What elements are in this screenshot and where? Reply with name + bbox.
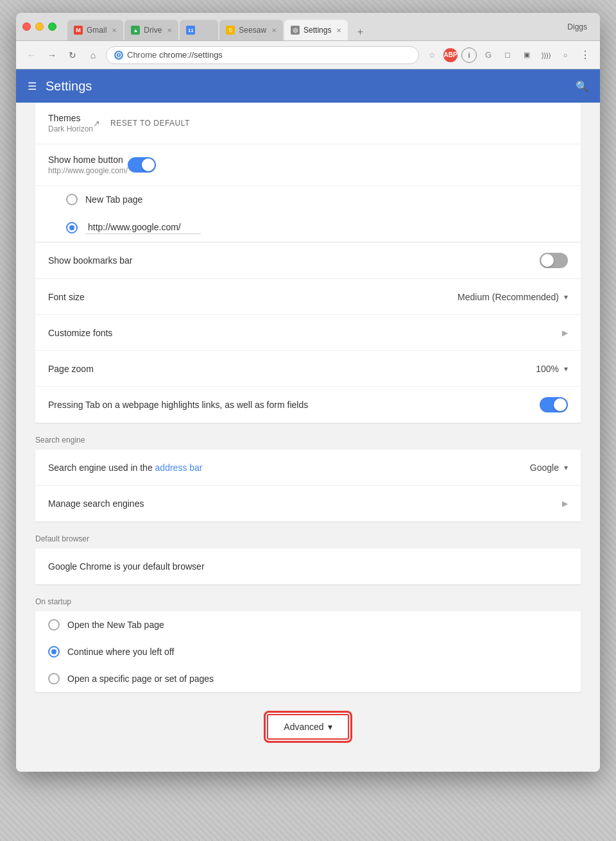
info-icon[interactable]: i <box>461 47 477 63</box>
extension1-icon[interactable]: □ <box>500 47 515 63</box>
reset-to-default-button[interactable]: RESET TO DEFAULT <box>110 119 190 128</box>
advanced-button[interactable]: Advanced ▾ <box>267 714 348 740</box>
customize-fonts-row[interactable]: Customize fonts ▶ <box>35 315 581 351</box>
search-engine-row: Search engine used in the address bar Go… <box>35 450 581 486</box>
default-browser-status: Google Chrome is your default browser <box>48 561 568 572</box>
manage-search-engines-label: Manage search engines <box>48 498 562 509</box>
home-button[interactable]: ⌂ <box>85 47 101 63</box>
page-zoom-label: Page zoom <box>48 364 536 374</box>
bookmarks-bar-row: Show bookmarks bar <box>35 242 581 279</box>
menu-icon[interactable]: ⋮ <box>577 47 592 63</box>
seesaw-tab-close[interactable]: ✕ <box>271 27 277 34</box>
window-controls <box>22 22 56 31</box>
advanced-section: Advanced ▾ <box>16 708 600 746</box>
settings-search-icon[interactable]: 🔍 <box>576 80 588 92</box>
new-tab-button[interactable]: + <box>352 24 368 40</box>
search-engine-label: Search engine used in the address bar <box>48 463 530 473</box>
home-button-sublabel: http://www.google.com/ <box>48 166 128 175</box>
bookmark-icon[interactable]: ☆ <box>424 47 440 63</box>
address-bar-link[interactable]: address bar <box>155 463 203 473</box>
tab-highlight-toggle-knob <box>554 398 567 411</box>
open-new-tab-radio[interactable] <box>48 619 60 631</box>
font-size-dropdown-arrow[interactable]: ▾ <box>564 293 568 302</box>
page-zoom-dropdown-arrow[interactable]: ▾ <box>564 364 568 373</box>
open-link-icon: ↗ <box>93 119 100 128</box>
drive-tab-close[interactable]: ✕ <box>167 27 172 34</box>
settings-header: ☰ Settings 🔍 <box>16 69 600 103</box>
home-button-toggle-knob <box>142 158 155 171</box>
close-window-button[interactable] <box>22 22 31 31</box>
rss-icon[interactable]: )))) <box>538 47 554 63</box>
custom-url-input[interactable] <box>85 221 201 234</box>
adblock-icon[interactable]: ABP <box>443 48 458 62</box>
page-zoom-row: Page zoom 100% ▾ <box>35 351 581 387</box>
settings-tab-close[interactable]: ✕ <box>336 27 341 34</box>
gmail-tab-close[interactable]: ✕ <box>112 27 117 34</box>
gmail-favicon: M <box>74 26 83 35</box>
specific-page-radio-label: Open a specific page or set of pages <box>67 674 214 684</box>
bookmarks-bar-label: Show bookmarks bar <box>48 255 540 266</box>
new-tab-radio-label: New Tab page <box>85 194 142 205</box>
settings-page-title: Settings <box>46 79 567 94</box>
bookmarks-bar-toggle-knob <box>541 254 554 267</box>
tab-highlight-row: Pressing Tab on a webpage highlights lin… <box>35 387 581 423</box>
themes-label: Themes <box>48 113 93 123</box>
settings-tab-title: Settings <box>304 26 331 35</box>
minimize-window-button[interactable] <box>35 22 44 31</box>
toolbar-icons: ☆ ABP i G □ ▣ )))) ○ ⋮ <box>424 47 592 63</box>
tab-settings[interactable]: ⚙ Settings ✕ <box>284 20 348 40</box>
customize-fonts-chevron: ▶ <box>562 328 568 337</box>
specific-page-radio-row[interactable]: Open a specific page or set of pages <box>35 665 581 692</box>
title-bar: M Gmail ✕ ▲ Drive ✕ 11 S Seesaw ✕ ⚙ <box>16 13 600 41</box>
custom-url-radio-row[interactable] <box>35 213 581 242</box>
default-browser-section-header: Default browser <box>16 522 600 548</box>
search-engine-dropdown-arrow[interactable]: ▾ <box>564 463 568 472</box>
gsave-icon[interactable]: G <box>481 47 496 63</box>
continue-radio-label: Continue where you left off <box>67 647 174 657</box>
advanced-button-arrow: ▾ <box>328 722 332 732</box>
default-browser-row: Google Chrome is your default browser <box>35 548 581 584</box>
specific-page-radio[interactable] <box>48 673 60 684</box>
tab-highlight-toggle[interactable] <box>540 397 568 412</box>
tabs-area: M Gmail ✕ ▲ Drive ✕ 11 S Seesaw ✕ ⚙ <box>67 13 561 40</box>
hamburger-icon[interactable]: ☰ <box>28 80 37 92</box>
settings-content: Themes Dark Horizon ↗ RESET TO DEFAULT S… <box>16 103 600 772</box>
customize-fonts-label: Customize fonts <box>48 328 562 338</box>
svg-point-1 <box>118 56 119 56</box>
home-button-toggle[interactable] <box>128 157 156 173</box>
default-browser-card: Google Chrome is your default browser <box>35 548 581 584</box>
custom-url-radio[interactable] <box>66 222 78 234</box>
address-input[interactable]: Chrome chrome://settings <box>106 46 419 64</box>
new-tab-radio-row[interactable]: New Tab page <box>35 186 581 213</box>
on-startup-card: Open the New Tab page Continue where you… <box>35 611 581 692</box>
tab-gmail[interactable]: M Gmail ✕ <box>67 20 123 40</box>
themes-sublabel: Dark Horizon <box>48 124 93 133</box>
reload-button[interactable]: ↻ <box>65 47 80 63</box>
tab-drive[interactable]: ▲ Drive ✕ <box>124 20 178 40</box>
site-security-icon <box>114 51 123 60</box>
new-tab-radio[interactable] <box>66 194 78 205</box>
forward-button[interactable]: → <box>44 47 60 63</box>
search-engine-value: Google <box>530 463 559 473</box>
open-new-tab-radio-row[interactable]: Open the New Tab page <box>35 611 581 638</box>
maximize-window-button[interactable] <box>48 22 56 31</box>
show-home-button-row: Show home button http://www.google.com/ <box>35 144 581 186</box>
circle-icon[interactable]: ○ <box>558 47 573 63</box>
home-button-label: Show home button <box>48 155 128 165</box>
advanced-button-label: Advanced <box>284 722 323 732</box>
manage-search-engines-chevron: ▶ <box>562 499 568 508</box>
extension2-icon[interactable]: ▣ <box>519 47 535 63</box>
bookmarks-bar-toggle[interactable] <box>540 253 568 268</box>
manage-search-engines-row[interactable]: Manage search engines ▶ <box>35 486 581 522</box>
profile-name: Diggs <box>561 22 594 31</box>
tab-seesaw[interactable]: S Seesaw ✕ <box>219 20 283 40</box>
address-bar: ← → ↻ ⌂ Chrome chrome://settings ☆ ABP i… <box>16 41 600 69</box>
continue-radio[interactable] <box>48 646 60 658</box>
font-size-value: Medium (Recommended) <box>458 292 559 302</box>
tab-11[interactable]: 11 <box>180 20 218 40</box>
tab11-favicon: 11 <box>186 26 195 35</box>
back-button[interactable]: ← <box>24 47 39 63</box>
continue-radio-row[interactable]: Continue where you left off <box>35 638 581 665</box>
settings-favicon: ⚙ <box>291 26 300 35</box>
font-size-row: Font size Medium (Recommended) ▾ <box>35 279 581 315</box>
